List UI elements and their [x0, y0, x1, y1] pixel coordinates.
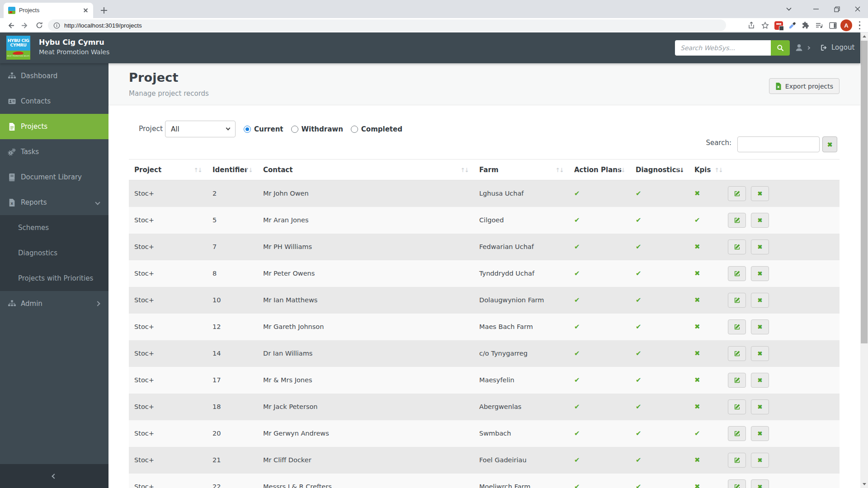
edit-project-button[interactable] — [728, 239, 746, 254]
site-info-icon[interactable] — [53, 22, 60, 29]
sort-icon: ↑↓ — [714, 166, 722, 173]
user-menu[interactable] — [795, 43, 810, 52]
delete-project-button[interactable]: ✖ — [751, 319, 769, 334]
browser-tab[interactable]: Projects — [4, 3, 93, 18]
edit-project-button[interactable] — [728, 453, 746, 468]
delete-project-button[interactable]: ✖ — [751, 293, 769, 308]
reload-button[interactable] — [33, 19, 45, 31]
actions-cell: ✖ — [728, 474, 840, 488]
tab-search-chevron-icon[interactable] — [778, 0, 799, 18]
cross-icon: ✖ — [694, 243, 700, 251]
sidebar-item-label: Projects with Priorities — [18, 274, 93, 282]
window-close-button[interactable] — [847, 0, 868, 18]
action-plans-cell: ✔ — [569, 420, 630, 447]
edit-project-button[interactable] — [728, 319, 746, 334]
share-icon[interactable] — [745, 19, 758, 32]
extension-adblock-icon[interactable] — [772, 19, 785, 32]
sidebar-item-document-library[interactable]: Document Library — [0, 164, 108, 190]
farm-cell: Tynddrydd Uchaf — [474, 260, 569, 287]
farm-cell: Lghusa Uchaf — [474, 180, 569, 207]
delete-project-button[interactable]: ✖ — [751, 266, 769, 281]
delete-project-button[interactable]: ✖ — [751, 426, 769, 441]
address-bar[interactable]: http://localhost:3019/projects — [48, 19, 726, 31]
status-radio-current[interactable]: Current — [244, 125, 283, 133]
page-scrollbar[interactable] — [860, 33, 868, 488]
edit-project-button[interactable] — [728, 346, 746, 361]
column-header-project[interactable]: Project↑↓ — [129, 160, 207, 180]
sidebar-item-contacts[interactable]: Contacts — [0, 89, 108, 114]
column-header-identifier[interactable]: Identifier↑↓ — [207, 160, 258, 180]
check-icon: ✔ — [574, 403, 580, 411]
sidebar-item-dashboard[interactable]: Dashboard — [0, 63, 108, 89]
clear-search-button[interactable]: ✖ — [822, 136, 837, 152]
status-radio-withdrawn[interactable]: Withdrawn — [291, 125, 343, 133]
side-panel-icon[interactable] — [826, 19, 840, 32]
delete-project-button[interactable]: ✖ — [751, 213, 769, 228]
window-restore-button[interactable] — [826, 0, 847, 18]
projects-icon — [7, 123, 16, 131]
column-header-kpis[interactable]: Kpis↑↓ — [689, 160, 728, 180]
edit-project-button[interactable] — [728, 399, 746, 414]
delete-project-button[interactable]: ✖ — [751, 479, 769, 488]
tab-close-icon[interactable] — [82, 7, 90, 14]
delete-project-button[interactable]: ✖ — [751, 399, 769, 414]
global-search-input[interactable] — [675, 40, 771, 56]
sidebar-item-label: Reports — [21, 198, 47, 206]
hcc-logo[interactable]: HYBU CIG CYMRU MEAT PROMOTION WALES — [6, 36, 30, 60]
delete-project-button[interactable]: ✖ — [751, 186, 769, 201]
sidebar-item-projects[interactable]: Projects — [0, 114, 108, 139]
diagnostics-cell: ✔ — [630, 394, 689, 420]
scroll-down-arrow[interactable] — [860, 480, 868, 488]
extension-eyedropper-icon[interactable] — [785, 19, 799, 32]
sidebar-item-tasks[interactable]: Tasks — [0, 139, 108, 164]
bookmark-star-icon[interactable] — [758, 19, 772, 32]
sidebar-item-diagnostics[interactable]: Diagnostics — [0, 240, 108, 266]
playlist-icon[interactable] — [812, 19, 826, 32]
status-radio-completed[interactable]: Completed — [351, 125, 402, 133]
extensions-puzzle-icon[interactable] — [799, 19, 812, 32]
identifier-cell: 21 — [207, 447, 258, 474]
delete-project-button[interactable]: ✖ — [751, 453, 769, 468]
sidebar-item-schemes[interactable]: Schemes — [0, 215, 108, 240]
column-header-action-plans[interactable]: Action Plans↑↓ — [569, 160, 630, 180]
logout-button[interactable]: Logout — [820, 43, 854, 52]
project-cell: Stoc+ — [129, 234, 207, 260]
project-filter-select[interactable]: All — [165, 121, 236, 137]
browser-menu-kebab-icon[interactable] — [853, 19, 867, 32]
new-tab-button[interactable] — [98, 4, 110, 17]
back-button[interactable] — [5, 19, 16, 31]
global-search-button[interactable] — [771, 40, 790, 56]
sidebar-item-reports[interactable]: x Reports — [0, 190, 108, 215]
farm-cell: Cilgoed — [474, 207, 569, 234]
scroll-up-arrow[interactable] — [860, 33, 868, 40]
sidebar-collapse-button[interactable] — [0, 464, 108, 488]
column-header-farm[interactable]: Farm↑↓ — [474, 160, 569, 180]
edit-project-button[interactable] — [728, 479, 746, 488]
forward-button[interactable] — [19, 19, 31, 31]
table-search-input[interactable] — [737, 136, 820, 152]
identifier-cell: 14 — [207, 340, 258, 367]
sidebar-item-projects-with-priorities[interactable]: Projects with Priorities — [0, 266, 108, 291]
browser-profile-avatar[interactable]: A — [840, 19, 853, 32]
cross-icon: ✖ — [694, 296, 700, 304]
column-header-contact[interactable]: Contact↑↓ — [258, 160, 474, 180]
edit-project-button[interactable] — [728, 266, 746, 281]
diagnostics-cell: ✔ — [630, 367, 689, 394]
edit-project-button[interactable] — [728, 373, 746, 388]
column-header-diagnostics[interactable]: Diagnostics↑↓ — [630, 160, 689, 180]
delete-project-button[interactable]: ✖ — [751, 239, 769, 254]
radio-icon — [244, 126, 251, 133]
edit-project-button[interactable] — [728, 293, 746, 308]
edit-project-button[interactable] — [728, 426, 746, 441]
edit-project-button[interactable] — [728, 186, 746, 201]
edit-project-button[interactable] — [728, 213, 746, 228]
window-minimize-button[interactable] — [806, 0, 826, 18]
sidebar-item-admin[interactable]: Admin — [0, 291, 108, 316]
url-text[interactable]: http://localhost:3019/projects — [64, 22, 142, 29]
check-icon: ✔ — [574, 216, 580, 224]
export-projects-button[interactable]: x Export projects — [769, 78, 840, 94]
delete-project-button[interactable]: ✖ — [751, 346, 769, 361]
x-icon: ✖ — [758, 404, 763, 410]
scrollbar-thumb[interactable] — [861, 41, 868, 343]
delete-project-button[interactable]: ✖ — [751, 373, 769, 388]
